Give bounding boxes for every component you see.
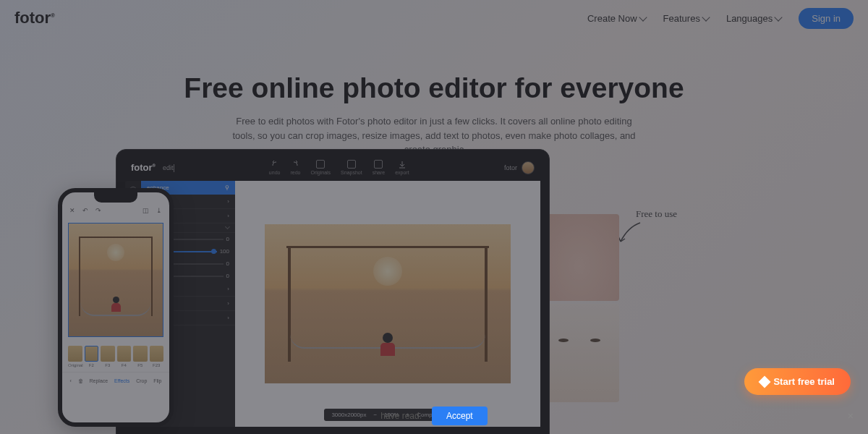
- cookie-text: have read.: [380, 411, 422, 421]
- diamond-icon: [759, 375, 771, 388]
- cookie-bar: have read. Accept ×: [0, 398, 868, 434]
- modal-overlay[interactable]: [0, 0, 868, 434]
- accept-button[interactable]: Accept: [432, 407, 488, 425]
- start-trial-button[interactable]: Start free trial: [744, 368, 851, 395]
- close-icon[interactable]: ×: [848, 410, 854, 422]
